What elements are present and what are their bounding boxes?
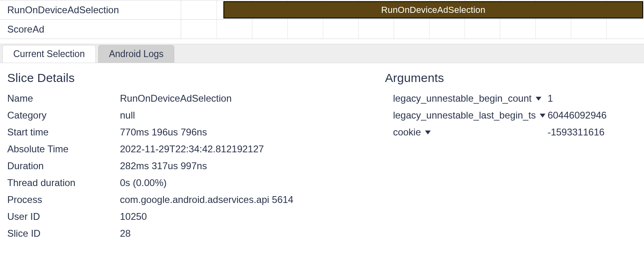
track-canvas[interactable]: RunOnDeviceAdSelection bbox=[181, 0, 644, 19]
grid-lines bbox=[181, 20, 644, 39]
arguments-column: Arguments legacy_unnestable_begin_count … bbox=[385, 71, 637, 239]
argument-key[interactable]: legacy_unnestable_begin_count bbox=[393, 93, 546, 104]
caret-down-icon bbox=[540, 113, 545, 118]
slice-details-grid: Name RunOnDeviceAdSelection Category nul… bbox=[7, 93, 385, 239]
argument-row: legacy_unnestable_begin_count 1 bbox=[385, 93, 637, 104]
argument-key-text: legacy_unnestable_last_begin_ts bbox=[393, 110, 536, 121]
argument-value: 60446092946 bbox=[547, 110, 607, 121]
detail-label-name: Name bbox=[7, 93, 120, 104]
detail-label-absolute-time: Absolute Time bbox=[7, 143, 120, 155]
detail-label-thread-duration: Thread duration bbox=[7, 177, 120, 188]
detail-label-start-time: Start time bbox=[7, 127, 120, 138]
argument-row: legacy_unnestable_last_begin_ts 60446092… bbox=[385, 110, 637, 121]
tab-strip: Current Selection Android Logs bbox=[0, 44, 644, 63]
track-row: ScoreAd bbox=[0, 20, 644, 39]
argument-key-text: cookie bbox=[393, 127, 421, 138]
tab-android-logs[interactable]: Android Logs bbox=[98, 45, 175, 63]
details-pane: Slice Details Name RunOnDeviceAdSelectio… bbox=[0, 63, 644, 239]
detail-label-slice-id: Slice ID bbox=[7, 228, 120, 239]
track-label[interactable]: ScoreAd bbox=[0, 20, 181, 39]
argument-value: -1593311616 bbox=[547, 127, 604, 138]
detail-label-category: Category bbox=[7, 110, 120, 121]
argument-key[interactable]: cookie bbox=[393, 127, 546, 138]
caret-down-icon bbox=[536, 96, 541, 101]
slice-bar-selected[interactable]: RunOnDeviceAdSelection bbox=[223, 1, 643, 18]
detail-label-user-id: User ID bbox=[7, 211, 120, 222]
tab-current-selection[interactable]: Current Selection bbox=[2, 45, 96, 63]
detail-value-category: null bbox=[120, 110, 385, 121]
argument-key-text: legacy_unnestable_begin_count bbox=[393, 93, 531, 104]
timeline-tracks: RunOnDeviceAdSelection RunOnDeviceAdSele… bbox=[0, 0, 644, 39]
detail-value-slice-id: 28 bbox=[120, 228, 385, 239]
detail-value-start-time: 770ms 196us 796ns bbox=[120, 127, 385, 138]
argument-row: cookie -1593311616 bbox=[385, 127, 637, 138]
detail-value-process: com.google.android.adservices.api 5614 bbox=[120, 194, 385, 205]
track-row: RunOnDeviceAdSelection RunOnDeviceAdSele… bbox=[0, 0, 644, 20]
detail-value-duration: 282ms 317us 997ns bbox=[120, 160, 385, 172]
detail-label-duration: Duration bbox=[7, 160, 120, 172]
argument-key[interactable]: legacy_unnestable_last_begin_ts bbox=[393, 110, 546, 121]
detail-label-process: Process bbox=[7, 194, 120, 205]
detail-value-user-id: 10250 bbox=[120, 211, 385, 222]
caret-down-icon bbox=[425, 129, 431, 135]
slice-details-heading: Slice Details bbox=[7, 71, 385, 85]
arguments-list: legacy_unnestable_begin_count 1 legacy_u… bbox=[385, 93, 637, 138]
detail-value-name: RunOnDeviceAdSelection bbox=[120, 93, 385, 104]
track-canvas[interactable] bbox=[181, 20, 644, 39]
detail-value-absolute-time: 2022-11-29T22:34:42.812192127 bbox=[120, 143, 385, 155]
track-label[interactable]: RunOnDeviceAdSelection bbox=[0, 0, 181, 19]
slice-details-column: Slice Details Name RunOnDeviceAdSelectio… bbox=[7, 71, 385, 239]
arguments-heading: Arguments bbox=[385, 71, 637, 85]
argument-value: 1 bbox=[547, 93, 553, 104]
detail-value-thread-duration: 0s (0.00%) bbox=[120, 177, 385, 188]
